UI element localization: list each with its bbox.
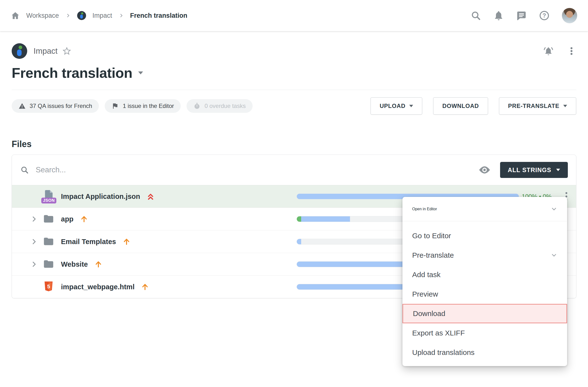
download-button-label: DOWNLOAD bbox=[442, 103, 479, 109]
project-logo bbox=[12, 43, 27, 59]
files-heading: Files bbox=[12, 139, 576, 149]
divider bbox=[12, 90, 576, 90]
chevron-right-icon bbox=[65, 13, 71, 18]
files-search-row: ALL STRINGS bbox=[12, 155, 576, 185]
breadcrumb-current-page: French translation bbox=[130, 12, 188, 20]
breadcrumb-workspace[interactable]: Workspace bbox=[26, 12, 59, 20]
menu-item-upload-translations[interactable]: Upload translations bbox=[402, 343, 567, 362]
page-title: French translation bbox=[12, 65, 132, 81]
project-header: Impact bbox=[12, 43, 576, 59]
editor-issue-label: 1 issue in the Editor bbox=[123, 103, 174, 109]
menu-item-label: Preview bbox=[412, 290, 438, 298]
file-name: Impact Application.json bbox=[61, 193, 140, 201]
topbar-actions: ? bbox=[470, 8, 577, 23]
chevron-down-icon bbox=[138, 71, 143, 74]
expand-chevron-icon[interactable] bbox=[29, 238, 39, 245]
upload-arrow-icon bbox=[80, 215, 88, 223]
menu-item-label: Add task bbox=[412, 271, 441, 279]
folder-icon bbox=[42, 213, 55, 225]
menu-item-label: Pre-translate bbox=[412, 251, 454, 259]
pre-translate-button-label: PRE-TRANSLATE bbox=[508, 103, 559, 109]
breadcrumb: Workspace Impact French translation bbox=[11, 11, 187, 20]
menu-item-label: Open in Editor bbox=[412, 207, 437, 211]
menu-item-open-in-editor[interactable]: Open in Editor bbox=[402, 197, 567, 221]
file-context-menu: Open in Editor Go to Editor Pre-translat… bbox=[402, 197, 567, 366]
project-logo bbox=[77, 11, 86, 20]
overdue-tasks-badge: 0 overdue tasks bbox=[187, 99, 252, 113]
timer-icon bbox=[193, 102, 201, 110]
menu-item-go-to-editor[interactable]: Go to Editor bbox=[402, 226, 567, 246]
search-icon bbox=[20, 165, 29, 174]
menu-list: Go to Editor Pre-translate Add task Prev… bbox=[402, 221, 567, 362]
user-avatar[interactable] bbox=[562, 8, 577, 23]
download-button[interactable]: DOWNLOAD bbox=[433, 97, 488, 115]
html-file-icon: 5 bbox=[42, 281, 55, 293]
status-badges: 37 QA issues for French 1 issue in the E… bbox=[12, 99, 252, 113]
folder-icon bbox=[42, 259, 55, 270]
chat-icon[interactable] bbox=[516, 10, 527, 21]
pre-translate-button[interactable]: PRE-TRANSLATE bbox=[499, 97, 576, 115]
flag-icon bbox=[111, 102, 119, 110]
html5-badge: 5 bbox=[47, 283, 50, 290]
json-file-icon: JSON bbox=[42, 189, 55, 204]
folder-icon bbox=[42, 236, 55, 247]
menu-item-export-as-xliff[interactable]: Export as XLIFF bbox=[402, 323, 567, 343]
project-name: Impact bbox=[34, 46, 58, 56]
menu-item-label: Upload translations bbox=[412, 348, 475, 357]
warning-icon bbox=[19, 102, 26, 110]
upload-arrow-icon bbox=[94, 260, 103, 268]
upload-button[interactable]: UPLOAD bbox=[370, 97, 422, 115]
visibility-icon[interactable] bbox=[479, 166, 490, 174]
strings-filter-button[interactable]: ALL STRINGS bbox=[500, 162, 568, 178]
help-icon[interactable]: ? bbox=[539, 10, 550, 21]
chevron-down-icon bbox=[563, 105, 567, 107]
upload-arrow-icon bbox=[141, 283, 149, 291]
chevron-right-icon bbox=[119, 13, 124, 18]
home-icon[interactable] bbox=[11, 11, 20, 20]
folder-name: Website bbox=[61, 260, 88, 268]
menu-item-pre-translate[interactable]: Pre-translate bbox=[402, 246, 567, 265]
star-icon[interactable] bbox=[63, 47, 71, 55]
search-icon[interactable] bbox=[470, 10, 481, 21]
qa-issues-label: 37 QA issues for French bbox=[30, 103, 92, 109]
file-name: impact_webpage.html bbox=[61, 283, 135, 291]
chevron-down-icon bbox=[409, 105, 413, 107]
search-input[interactable] bbox=[36, 165, 472, 174]
menu-item-preview[interactable]: Preview bbox=[402, 284, 567, 304]
chevron-down-icon bbox=[551, 206, 557, 212]
svg-text:?: ? bbox=[543, 12, 546, 19]
more-options-icon[interactable] bbox=[567, 46, 576, 56]
folder-name: Email Templates bbox=[61, 238, 116, 246]
menu-item-label: Download bbox=[413, 309, 445, 318]
project-header-actions bbox=[543, 46, 576, 57]
status-row: 37 QA issues for French 1 issue in the E… bbox=[12, 97, 576, 115]
menu-item-label: Go to Editor bbox=[412, 232, 451, 240]
qa-issues-badge[interactable]: 37 QA issues for French bbox=[12, 99, 99, 113]
menu-item-label: Export as XLIFF bbox=[412, 329, 465, 337]
action-buttons: UPLOAD DOWNLOAD PRE-TRANSLATE bbox=[370, 97, 576, 115]
upload-arrow-icon bbox=[122, 237, 131, 246]
expand-chevron-icon[interactable] bbox=[29, 215, 39, 223]
folder-name: app bbox=[61, 215, 74, 223]
editor-issue-badge[interactable]: 1 issue in the Editor bbox=[105, 99, 181, 113]
high-priority-icon bbox=[147, 192, 155, 201]
overdue-tasks-label: 0 overdue tasks bbox=[205, 103, 246, 109]
menu-item-add-task[interactable]: Add task bbox=[402, 265, 567, 284]
notifications-icon[interactable] bbox=[493, 10, 504, 21]
strings-filter-label: ALL STRINGS bbox=[508, 166, 551, 174]
notification-settings-icon[interactable] bbox=[543, 46, 554, 57]
json-badge: JSON bbox=[41, 198, 56, 204]
chevron-down-icon bbox=[556, 169, 560, 171]
top-bar: Workspace Impact French translation ? bbox=[0, 0, 588, 31]
expand-chevron-icon[interactable] bbox=[29, 261, 39, 268]
menu-item-download[interactable]: Download bbox=[402, 304, 567, 323]
upload-button-label: UPLOAD bbox=[380, 103, 405, 109]
chevron-down-icon bbox=[551, 252, 557, 259]
breadcrumb-project[interactable]: Impact bbox=[93, 12, 112, 20]
page-title-dropdown[interactable]: French translation bbox=[12, 65, 143, 81]
